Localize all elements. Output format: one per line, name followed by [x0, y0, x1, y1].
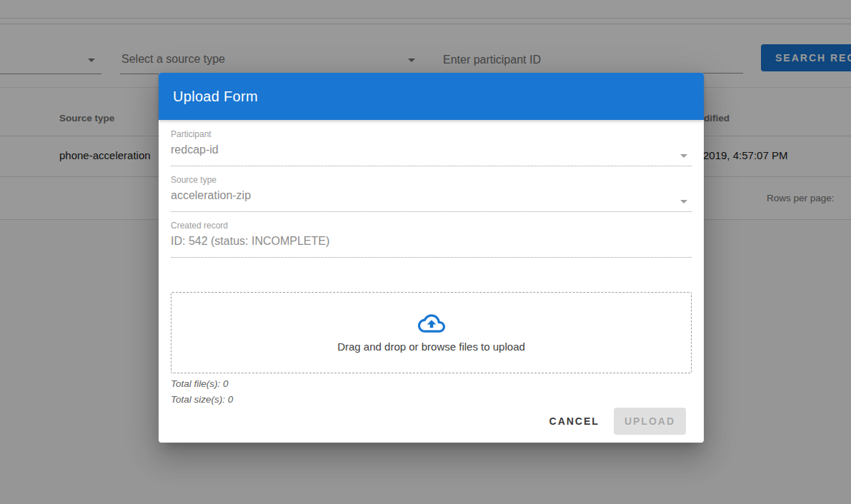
- dropzone-label: Drag and drop or browse files to upload: [337, 341, 525, 353]
- dialog-title: Upload Form: [173, 89, 258, 105]
- chevron-down-icon: [680, 200, 687, 203]
- created-record-field-label: Created record: [171, 221, 692, 231]
- created-record-field-value: ID: 542 (status: INCOMPLETE): [171, 231, 692, 258]
- upload-totals: Total file(s): 0 Total size(s): 0: [171, 376, 692, 408]
- source-type-field: Source type acceleration-zip: [171, 175, 692, 212]
- source-type-field-value: acceleration-zip: [171, 185, 692, 212]
- participant-field-value: redcap-id: [171, 139, 692, 166]
- participant-field-label: Participant: [171, 129, 692, 139]
- created-record-field: Created record ID: 542 (status: INCOMPLE…: [171, 221, 692, 258]
- upload-form-dialog: Upload Form Participant redcap-id Source…: [159, 73, 704, 443]
- participant-field: Participant redcap-id: [171, 129, 692, 166]
- chevron-down-icon: [680, 154, 687, 158]
- dialog-body: Participant redcap-id Source type accele…: [159, 120, 704, 444]
- total-size-label: Total size(s): 0: [171, 392, 692, 408]
- total-files-label: Total file(s): 0: [171, 376, 692, 392]
- dialog-actions: CANCEL UPLOAD: [171, 408, 692, 435]
- dialog-header: Upload Form: [159, 73, 704, 120]
- source-type-field-label: Source type: [171, 175, 692, 185]
- cloud-upload-icon: [418, 313, 445, 334]
- upload-button: UPLOAD: [614, 408, 686, 435]
- screen: Select a source type SEARCH REC Source t…: [0, 0, 851, 504]
- cancel-button[interactable]: CANCEL: [541, 408, 608, 434]
- file-dropzone[interactable]: Drag and drop or browse files to upload: [171, 292, 692, 373]
